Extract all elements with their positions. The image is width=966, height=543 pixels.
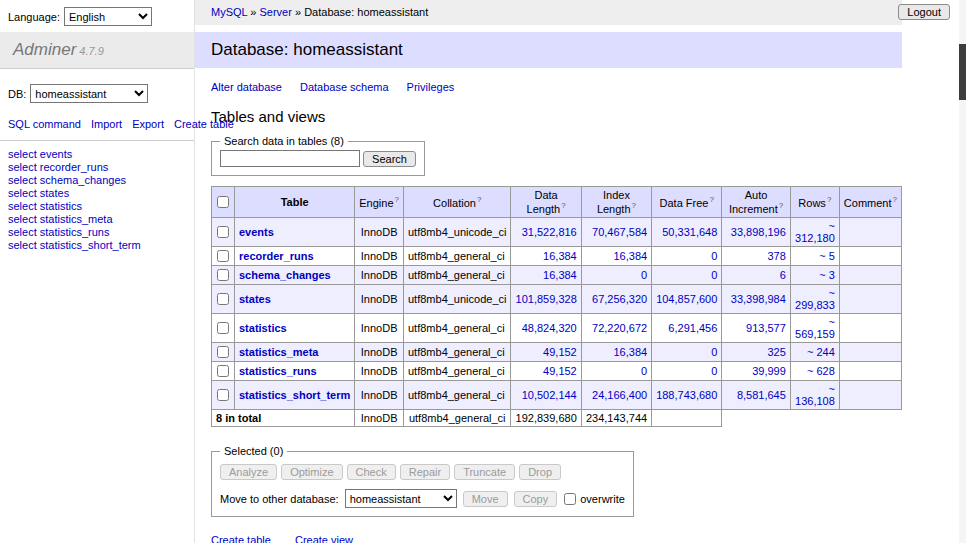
data-length-link[interactable]: 49,152 [543,346,577,358]
auto-increment-link[interactable]: 39,999 [752,365,786,377]
table-link-statistics-short-term[interactable]: statistics_short_term [239,389,350,401]
rows-link[interactable]: ~ 5 [819,250,835,262]
auto-increment-link[interactable]: 6 [780,269,786,281]
drop-button[interactable]: Drop [519,464,561,480]
truncate-button[interactable]: Truncate [454,464,515,480]
row-checkbox-schema-changes[interactable] [217,269,229,281]
data-free-link[interactable]: 0 [711,269,717,281]
row-checkbox-statistics-runs[interactable] [217,365,229,377]
breadcrumb-item-mysql[interactable]: MySQL [211,6,247,18]
help-icon[interactable]: ? [395,195,399,204]
table-link-recorder-runs[interactable]: recorder_runs [239,250,314,262]
index-length-link[interactable]: 67,256,320 [592,293,647,305]
sidebar-select-statistics[interactable]: select statistics [8,200,186,213]
auto-increment-link[interactable]: 913,577 [746,322,786,334]
privileges-link[interactable]: Privileges [407,81,455,93]
table-link-states[interactable]: states [239,293,271,305]
sidebar-link-export[interactable]: Export [132,118,164,130]
table-link-events[interactable]: events [239,226,274,238]
sidebar-select-states[interactable]: select states [8,187,186,200]
help-icon[interactable]: ? [893,195,897,204]
scrollbar-thumb[interactable] [959,44,966,100]
sidebar-select-schema-changes[interactable]: select schema_changes [8,174,186,187]
data-free-link[interactable]: 50,331,648 [662,226,717,238]
sidebar-link-import[interactable]: Import [91,118,122,130]
auto-increment-link[interactable]: 33,398,984 [731,293,786,305]
rows-link[interactable]: ~ 136,108 [795,383,835,407]
auto-increment-link[interactable]: 378 [767,250,785,262]
analyze-button[interactable]: Analyze [220,464,277,480]
data-free-link[interactable]: 6,291,456 [668,322,717,334]
create-table-link[interactable]: Create table [211,534,271,543]
rows-link[interactable]: ~ 299,833 [795,287,835,311]
row-checkbox-states[interactable] [217,293,229,305]
index-length-link[interactable]: 0 [641,269,647,281]
database-schema-link[interactable]: Database schema [300,81,389,93]
table-link-statistics-runs[interactable]: statistics_runs [239,365,317,377]
index-length-link[interactable]: 24,166,400 [592,389,647,401]
index-length-link[interactable]: 72,220,672 [592,322,647,334]
check-button[interactable]: Check [347,464,396,480]
optimize-button[interactable]: Optimize [281,464,342,480]
help-icon[interactable]: ? [779,201,783,210]
rows-link[interactable]: ~ 312,180 [795,220,835,244]
index-length-link[interactable]: 16,384 [613,250,647,262]
rows-link[interactable]: ~ 569,159 [795,316,835,340]
table-link-schema-changes[interactable]: schema_changes [239,269,331,281]
data-length-link[interactable]: 16,384 [543,250,577,262]
db-select[interactable]: homeassistant [30,84,148,103]
sidebar-select-statistics-runs[interactable]: select statistics_runs [8,226,186,239]
overwrite-checkbox[interactable] [564,493,576,505]
help-icon[interactable]: ? [709,195,713,204]
help-icon[interactable]: ? [632,201,636,210]
row-checkbox-events[interactable] [217,226,229,238]
row-checkbox-statistics-meta[interactable] [217,346,229,358]
auto-increment-link[interactable]: 33,898,196 [731,226,786,238]
alter-database-link[interactable]: Alter database [211,81,282,93]
index-length-link[interactable]: 70,467,584 [592,226,647,238]
index-length-link[interactable]: 0 [641,365,647,377]
copy-button[interactable]: Copy [514,491,558,507]
data-free-link[interactable]: 0 [711,346,717,358]
data-length-link[interactable]: 16,384 [543,269,577,281]
search-input[interactable] [220,150,360,167]
move-db-select[interactable]: homeassistant [345,489,457,508]
rows-link[interactable]: ~ 628 [807,365,835,377]
sidebar-select-statistics-short-term[interactable]: select statistics_short_term [8,239,186,252]
help-icon[interactable]: ? [561,201,565,210]
data-length-link[interactable]: 101,859,328 [516,293,577,305]
language-select[interactable]: English [64,7,152,26]
logout-button[interactable]: Logout [898,4,950,20]
breadcrumb-item-server[interactable]: Server [260,6,292,18]
row-checkbox-statistics[interactable] [217,322,229,334]
data-free-link[interactable]: 104,857,600 [656,293,717,305]
index-length-link[interactable]: 16,384 [613,346,647,358]
table-link-statistics[interactable]: statistics [239,322,287,334]
data-free-link[interactable]: 0 [711,250,717,262]
rows-link[interactable]: ~ 244 [807,346,835,358]
repair-button[interactable]: Repair [400,464,450,480]
auto-increment-link[interactable]: 325 [767,346,785,358]
sidebar-select-recorder-runs[interactable]: select recorder_runs [8,161,186,174]
move-button[interactable]: Move [463,491,508,507]
data-free-link[interactable]: 0 [711,365,717,377]
select-all-checkbox[interactable] [217,196,229,208]
data-length-link[interactable]: 48,824,320 [522,322,577,334]
help-icon[interactable]: ? [477,195,481,204]
rows-link[interactable]: ~ 3 [819,269,835,281]
data-length-link[interactable]: 10,502,144 [522,389,577,401]
row-checkbox-recorder-runs[interactable] [217,250,229,262]
help-icon[interactable]: ? [827,195,831,204]
table-link-statistics-meta[interactable]: statistics_meta [239,346,319,358]
sidebar-link-sql-command[interactable]: SQL command [8,118,81,130]
sidebar-select-events[interactable]: select events [8,148,186,161]
data-free-link[interactable]: 188,743,680 [656,389,717,401]
scrollbar[interactable] [959,0,966,543]
data-length-link[interactable]: 31,522,816 [522,226,577,238]
sidebar-select-statistics-meta[interactable]: select statistics_meta [8,213,186,226]
search-button[interactable]: Search [363,151,416,167]
data-length-link[interactable]: 49,152 [543,365,577,377]
auto-increment-link[interactable]: 8,581,645 [737,389,786,401]
row-checkbox-statistics-short-term[interactable] [217,389,229,401]
create-view-link[interactable]: Create view [295,534,353,543]
